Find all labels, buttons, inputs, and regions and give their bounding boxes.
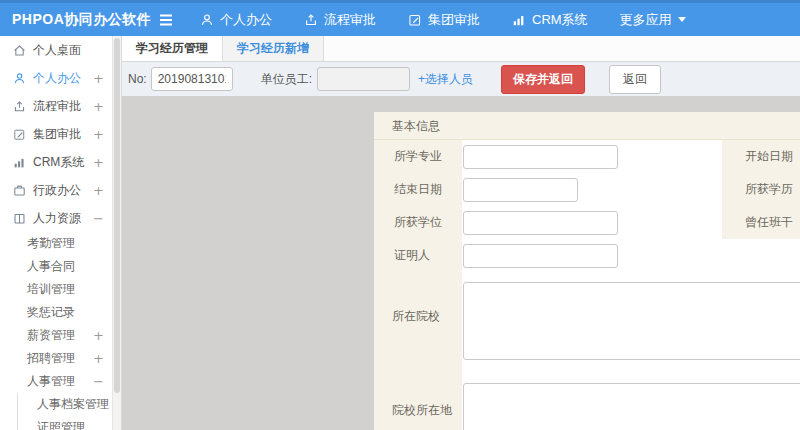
app-logo: PHPOA协同办公软件 xyxy=(0,11,150,29)
sidebar-item-hr[interactable]: 人力资源 − xyxy=(0,204,112,232)
field-label-school: 所在院校 xyxy=(374,308,462,325)
expand-plus-icon[interactable]: + xyxy=(93,328,104,343)
sidebar-item-label: 人事合同 xyxy=(27,258,104,275)
expand-plus-icon[interactable]: + xyxy=(93,155,104,170)
nav-label: CRM系统 xyxy=(532,11,588,29)
sidebar-item-label: 证照管理 xyxy=(37,419,104,430)
expand-plus-icon[interactable]: + xyxy=(93,99,104,114)
form-toolbar: No: 单位员工: +选择人员 保存并返回 返回 xyxy=(122,62,800,96)
employee-label: 单位员工: xyxy=(261,71,312,88)
no-input[interactable] xyxy=(151,67,233,91)
briefcase-icon xyxy=(13,184,26,197)
school-textarea[interactable] xyxy=(463,282,800,360)
collapse-minus-icon[interactable]: − xyxy=(93,211,104,226)
sidebar-item-label: 招聘管理 xyxy=(27,350,93,367)
user-icon xyxy=(200,13,214,27)
sidebar-item-personnel-files[interactable]: 人事档案管理 xyxy=(17,393,112,416)
nav-label: 更多应用 xyxy=(620,11,672,29)
chart-icon xyxy=(512,13,526,27)
field-label-degree-obtained: 所获学历 xyxy=(722,173,800,206)
sidebar-item-hr-contract[interactable]: 人事合同 xyxy=(0,255,112,278)
sidebar-item-label: 人事管理 xyxy=(27,373,93,390)
reference-person-input[interactable] xyxy=(463,244,618,268)
sidebar-item-label: 考勤管理 xyxy=(27,235,104,252)
field-label-end-date: 结束日期 xyxy=(374,181,462,198)
form-body: 所学专业 开始日期 结束日期 所获学历 所获学位 曾任班干 xyxy=(374,140,800,430)
field-label-class-cadre: 曾任班干 xyxy=(722,206,800,239)
scrollbar-thumb[interactable] xyxy=(114,38,120,393)
sidebar-item-salary[interactable]: 薪资管理 + xyxy=(0,324,112,347)
sidebar-item-recruitment[interactable]: 招聘管理 + xyxy=(0,347,112,370)
edit-icon xyxy=(408,13,422,27)
sidebar-item-label: 行政办公 xyxy=(33,182,93,199)
sidebar-item-workflow-approval[interactable]: 流程审批 + xyxy=(0,92,112,120)
select-person-link[interactable]: +选择人员 xyxy=(418,71,473,88)
sidebar-item-label: 培训管理 xyxy=(27,281,104,298)
top-bar: PHPOA协同办公软件 个人办公 流程审批 集团审批 CRM系统 xyxy=(0,0,800,36)
field-label-school-location: 院校所在地 xyxy=(374,402,462,419)
sidebar-item-attendance[interactable]: 考勤管理 xyxy=(0,232,112,255)
sidebar-item-label: 人事档案管理 xyxy=(37,396,109,413)
tab-label: 学习经历管理 xyxy=(136,40,208,57)
content-area: 学习经历管理 学习经历新增 No: 单位员工: +选择人员 保存并返回 返回 基… xyxy=(122,36,800,430)
sidebar-item-training[interactable]: 培训管理 xyxy=(0,278,112,301)
empty-cell xyxy=(722,239,800,272)
sidebar-item-label: 薪资管理 xyxy=(27,327,93,344)
sidebar: 个人桌面 个人办公 + 流程审批 + 集团审批 + xyxy=(0,36,112,430)
sidebar-item-personal-office[interactable]: 个人办公 + xyxy=(0,64,112,92)
nav-personal-office[interactable]: 个人办公 xyxy=(200,11,272,29)
user-icon xyxy=(13,72,26,85)
academic-degree-input[interactable] xyxy=(463,211,618,235)
sidebar-scrollbar[interactable] xyxy=(112,36,122,430)
tab-bar: 学习经历管理 学习经历新增 xyxy=(122,36,800,62)
field-label-reference-person: 证明人 xyxy=(374,247,462,264)
collapse-minus-icon[interactable]: − xyxy=(93,374,104,389)
work-area: 基本信息 所学专业 开始日期 结束日期 所获学历 所获学位 xyxy=(122,96,800,430)
field-label-start-date: 开始日期 xyxy=(722,140,800,173)
home-icon xyxy=(13,44,26,57)
expand-plus-icon[interactable]: + xyxy=(93,351,104,366)
edit-icon xyxy=(13,128,26,141)
tab-study-history-manage[interactable]: 学习经历管理 xyxy=(122,36,223,61)
section-title: 基本信息 xyxy=(374,112,800,140)
sidebar-item-crm[interactable]: CRM系统 + xyxy=(0,148,112,176)
nav-label: 个人办公 xyxy=(220,11,272,29)
nav-group-approval[interactable]: 集团审批 xyxy=(408,11,480,29)
basic-info-panel: 基本信息 所学专业 开始日期 结束日期 所获学历 所获学位 xyxy=(374,112,800,430)
nav-label: 集团审批 xyxy=(428,11,480,29)
sidebar-item-rewards[interactable]: 奖惩记录 xyxy=(0,301,112,324)
end-date-input[interactable] xyxy=(463,178,578,202)
return-button[interactable]: 返回 xyxy=(609,65,661,94)
main-layout: 个人桌面 个人办公 + 流程审批 + 集团审批 + xyxy=(0,36,800,430)
field-label-academic-degree: 所获学位 xyxy=(374,214,462,231)
book-icon xyxy=(13,212,26,225)
no-label: No: xyxy=(128,72,147,86)
sidebar-item-certificates[interactable]: 证照管理 xyxy=(17,416,112,430)
tab-study-history-new[interactable]: 学习经历新增 xyxy=(223,36,324,61)
sidebar-item-group-approval[interactable]: 集团审批 + xyxy=(0,120,112,148)
expand-plus-icon[interactable]: + xyxy=(93,71,104,86)
upload-icon xyxy=(304,13,318,27)
caret-down-icon xyxy=(678,17,686,22)
expand-plus-icon[interactable]: + xyxy=(93,183,104,198)
sidebar-item-personnel[interactable]: 人事管理 − xyxy=(0,370,112,393)
hamburger-menu-icon[interactable] xyxy=(158,13,174,27)
nav-workflow-approval[interactable]: 流程审批 xyxy=(304,11,376,29)
sidebar-item-label: 集团审批 xyxy=(33,126,93,143)
major-input[interactable] xyxy=(463,145,618,169)
field-label-major: 所学专业 xyxy=(374,148,462,165)
employee-input[interactable] xyxy=(317,67,410,91)
school-location-textarea[interactable] xyxy=(463,383,800,430)
form-row: 所学专业 开始日期 xyxy=(374,140,800,173)
sidebar-item-desktop[interactable]: 个人桌面 xyxy=(0,36,112,64)
nav-more-apps[interactable]: 更多应用 xyxy=(620,11,686,29)
sidebar-item-label: 个人办公 xyxy=(33,70,93,87)
expand-plus-icon[interactable]: + xyxy=(93,127,104,142)
form-row: 结束日期 所获学历 xyxy=(374,173,800,206)
sidebar-item-admin-office[interactable]: 行政办公 + xyxy=(0,176,112,204)
chart-icon xyxy=(13,156,26,169)
save-and-return-button[interactable]: 保存并返回 xyxy=(501,65,585,94)
nav-crm-system[interactable]: CRM系统 xyxy=(512,11,588,29)
upload-icon xyxy=(13,100,26,113)
top-nav: 个人办公 流程审批 集团审批 CRM系统 更多应用 xyxy=(200,11,686,29)
